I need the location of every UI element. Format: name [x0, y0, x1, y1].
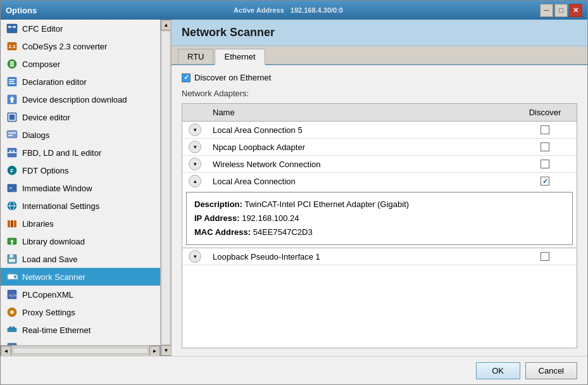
svg-text:2.3: 2.3 — [8, 44, 16, 49]
libraries-label: Libraries — [22, 219, 54, 229]
declaration-editor-label: Declaration editor — [22, 77, 87, 87]
table-row: ▾ Npcap Loopback Adapter — [182, 139, 577, 156]
plcopenxml-icon: </> — [6, 288, 18, 301]
adapter-check-0 — [513, 125, 577, 134]
sidebar-horizontal-scrollbar: ◄ ► — [1, 345, 160, 356]
tab-bar: RTU Ethernet — [172, 46, 587, 65]
adapter-check-4 — [513, 252, 577, 261]
content-area: Network Scanner RTU Ethernet Discover on… — [172, 20, 587, 356]
scanner-header: Network Scanner — [172, 20, 587, 46]
svg-rect-32 — [11, 220, 13, 227]
sidebar-item-fbd-ld-il[interactable]: FBD, LD and IL editor — [1, 144, 160, 161]
adapter-check-3 — [513, 177, 577, 186]
svg-rect-18 — [8, 132, 16, 134]
svg-text:>_: >_ — [9, 185, 16, 191]
adapter-description: Description: TwinCAT-Intel PCI Ethernet … — [194, 198, 565, 211]
sidebar-item-plcopenxml[interactable]: </> PLCopenXML — [1, 286, 160, 303]
dialogs-label: Dialogs — [22, 130, 49, 140]
sidebar-item-network-scanner[interactable]: Network Scanner — [1, 268, 160, 286]
immediate-window-label: Immediate Window — [22, 184, 92, 193]
library-download-icon — [6, 235, 18, 248]
expand-button-2[interactable]: ▾ — [189, 158, 201, 170]
sidebar-item-refactoring[interactable]: Refactoring — [1, 339, 160, 345]
svg-line-41 — [16, 278, 18, 279]
hscroll-track[interactable] — [13, 348, 148, 354]
expand-button-3[interactable]: ▴ — [189, 175, 201, 187]
sidebar-item-composer[interactable]: Composer — [1, 55, 160, 73]
sidebar-vertical-scrollbar: ▲ ▼ — [160, 20, 171, 356]
discover-checkbox-3[interactable] — [541, 177, 549, 186]
hscroll-right-button[interactable]: ► — [149, 346, 160, 357]
adapter-name-4: Loopback Pseudo-Interface 1 — [208, 251, 513, 263]
discover-on-ethernet-checkbox[interactable] — [182, 73, 191, 82]
svg-rect-11 — [9, 81, 14, 82]
expand-button-1[interactable]: ▾ — [189, 141, 201, 153]
sidebar-item-libraries[interactable]: Libraries — [1, 215, 160, 232]
sidebar-item-immediate-window[interactable]: >_ Immediate Window — [1, 179, 160, 197]
ok-button[interactable]: OK — [476, 362, 520, 379]
sidebar-item-device-description[interactable]: Device description download — [1, 91, 160, 108]
vscroll-up-button[interactable]: ▲ — [161, 20, 172, 30]
proxy-settings-label: Proxy Settings — [22, 308, 75, 317]
expand-button-4[interactable]: ▾ — [189, 250, 201, 263]
fbd-ld-il-icon — [6, 146, 18, 159]
adapter-name-0: Local Area Connection 5 — [208, 124, 513, 136]
sidebar-item-fdt-options[interactable]: F FDT Options — [1, 161, 160, 179]
mac-value: 54EE7547C2D3 — [253, 227, 313, 237]
svg-point-45 — [10, 310, 14, 314]
sidebar-list: CFC Editor 2.3 CoDeSys 2.3 converter — [1, 20, 160, 345]
hscroll-left-button[interactable]: ◄ — [1, 346, 11, 357]
sidebar-item-dialogs[interactable]: Dialogs — [1, 126, 160, 144]
sidebar-item-library-download[interactable]: Library download — [1, 232, 160, 250]
cancel-button[interactable]: Cancel — [525, 362, 577, 379]
discover-checkbox-0[interactable] — [541, 125, 549, 134]
sidebar-item-proxy-settings[interactable]: Proxy Settings — [1, 303, 160, 321]
adapter-name-3: Local Area Connection — [208, 175, 513, 187]
vscroll-down-button[interactable]: ▼ — [161, 345, 172, 356]
table-row: ▾ Local Area Connection 5 — [182, 122, 577, 139]
tab-ethernet-content: Discover on Ethernet Network Adapters: N… — [172, 65, 587, 356]
network-adapters-label: Network Adapters: — [182, 89, 577, 98]
description-label: Description: — [194, 199, 242, 209]
col-name-header: Name — [208, 106, 513, 118]
sidebar-item-international-settings[interactable]: International Settings — [1, 197, 160, 215]
col-discover-header: Discover — [513, 106, 577, 118]
svg-rect-7 — [10, 63, 14, 65]
minimize-button[interactable]: ─ — [540, 4, 553, 17]
svg-rect-33 — [14, 220, 16, 227]
discover-checkbox-4[interactable] — [541, 252, 549, 261]
expand-button-0[interactable]: ▾ — [189, 123, 201, 136]
sidebar-item-cfc-editor[interactable]: CFC Editor — [1, 20, 160, 37]
svg-rect-17 — [7, 130, 17, 138]
device-description-label: Device description download — [22, 95, 127, 104]
close-button[interactable]: ✕ — [569, 4, 582, 17]
sidebar-item-device-editor[interactable]: Device editor — [1, 108, 160, 126]
tab-ethernet[interactable]: Ethernet — [215, 49, 265, 65]
title-bar-controls: ─ □ ✕ — [540, 4, 582, 17]
sidebar-item-real-time-ethernet[interactable]: Real-time Ethernet — [1, 321, 160, 339]
svg-rect-8 — [10, 65, 14, 66]
discover-checkbox-row: Discover on Ethernet — [182, 73, 577, 82]
tab-rtu[interactable]: RTU — [178, 49, 213, 64]
sidebar-item-declaration-editor[interactable]: Declaration editor — [1, 73, 160, 91]
svg-rect-12 — [9, 83, 15, 84]
discover-on-ethernet-label: Discover on Ethernet — [194, 73, 271, 82]
vscroll-thumb[interactable] — [162, 32, 170, 344]
adapter-name-1: Npcap Loopback Adapter — [208, 141, 513, 153]
discover-checkbox-2[interactable] — [541, 160, 549, 168]
svg-rect-23 — [13, 150, 15, 153]
svg-rect-10 — [9, 79, 15, 80]
declaration-editor-icon — [6, 75, 18, 88]
load-and-save-label: Load and Save — [22, 255, 77, 264]
dialog-body: CFC Editor 2.3 CoDeSys 2.3 converter — [1, 20, 587, 356]
expand-cell-2: ▾ — [182, 158, 208, 170]
adapter-mac: MAC Address: 54EE7547C2D3 — [194, 225, 565, 239]
discover-checkbox-1[interactable] — [541, 142, 549, 151]
codesys-converter-label: CoDeSys 2.3 converter — [22, 42, 107, 51]
sidebar-item-load-and-save[interactable]: Load and Save — [1, 250, 160, 268]
expand-cell-4: ▾ — [182, 250, 208, 263]
svg-rect-38 — [9, 259, 15, 262]
dialog-title: Options — [6, 6, 37, 15]
sidebar-item-codesys-converter[interactable]: 2.3 CoDeSys 2.3 converter — [1, 37, 160, 55]
maximize-button[interactable]: □ — [554, 4, 568, 17]
